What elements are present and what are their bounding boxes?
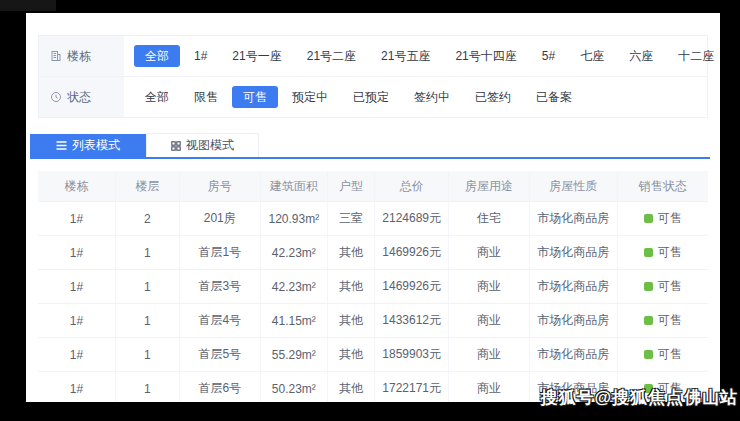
tab-list-mode[interactable]: 列表模式 [30,134,146,157]
filter-status-available[interactable]: 可售 [232,86,278,108]
status-dot [644,282,653,291]
filter-building-21-1[interactable]: 21号一座 [221,45,292,67]
filter-panel: 楼栋 全部 1# 21号一座 21号二座 21号五座 21号十四座 5# 七座 … [38,35,708,118]
status-label: 可售 [658,313,682,327]
cell-floor: 1 [115,270,179,304]
cell-area: 41.15m² [260,304,327,338]
cell-area: 120.93m² [260,202,327,236]
filter-building-5[interactable]: 5# [531,45,566,67]
filter-building-all[interactable]: 全部 [134,45,180,67]
cell-building: 1# [38,372,115,403]
filter-building-1[interactable]: 1# [183,45,218,67]
col-header-status: 销售状态 [617,171,708,202]
building-icon [50,50,62,62]
filter-building-21-14[interactable]: 21号十四座 [444,45,527,67]
status-dot [644,350,653,359]
cell-room: 首层1号 [179,236,260,270]
cell-price: 1469926元 [375,270,449,304]
mode-tabs: 列表模式 视图模式 [30,133,710,159]
cell-area: 42.23m² [260,270,327,304]
status-dot [644,316,653,325]
cell-status: 可售 [617,202,708,236]
filter-status-reserved[interactable]: 已预定 [342,86,400,108]
filter-status-all[interactable]: 全部 [134,86,180,108]
status-filter-label-text: 状态 [67,89,91,106]
status-filter-label: 状态 [39,77,124,117]
cell-room: 201房 [179,202,260,236]
status-filter-options: 全部 限售 可售 预定中 已预定 签约中 已签约 已备案 [124,77,583,117]
cell-usage: 商业 [449,372,530,403]
cell-price: 1722171元 [375,372,449,403]
cell-status: 可售 [617,304,708,338]
table-row: 1# 2 201房 120.93m² 三室 2124689元 住宅 市场化商品房… [38,202,708,236]
cell-layout: 其他 [328,372,375,403]
listings-table: 楼栋 楼层 房号 建筑面积 户型 总价 房屋用途 房屋性质 销售状态 1# 2 … [38,171,708,402]
cell-price: 2124689元 [375,202,449,236]
cell-floor: 1 [115,372,179,403]
cell-usage: 商业 [449,304,530,338]
cell-nature: 市场化商品房 [530,236,618,270]
building-filter-label: 楼栋 [39,36,124,76]
cell-layout: 其他 [328,236,375,270]
cell-building: 1# [38,236,115,270]
tab-view-mode[interactable]: 视图模式 [146,133,259,157]
cell-nature: 市场化商品房 [530,202,618,236]
table-header-row: 楼栋 楼层 房号 建筑面积 户型 总价 房屋用途 房屋性质 销售状态 [38,171,708,202]
cell-nature: 市场化商品房 [530,338,618,372]
cell-layout: 其他 [328,304,375,338]
cell-layout: 三室 [328,202,375,236]
filter-building-21-2[interactable]: 21号二座 [296,45,367,67]
cell-area: 55.29m² [260,338,327,372]
player-bar-notch [0,0,56,11]
filter-status-recorded[interactable]: 已备案 [525,86,583,108]
status-label: 可售 [658,279,682,293]
cell-status: 可售 [617,236,708,270]
cell-usage: 商业 [449,270,530,304]
col-header-layout: 户型 [328,171,375,202]
filter-building-21-5[interactable]: 21号五座 [370,45,441,67]
building-filter-options: 全部 1# 21号一座 21号二座 21号五座 21号十四座 5# 七座 六座 … [124,36,720,76]
cell-room: 首层4号 [179,304,260,338]
cell-room: 首层6号 [179,372,260,403]
filter-building-6[interactable]: 六座 [618,45,664,67]
building-filter-row: 楼栋 全部 1# 21号一座 21号二座 21号五座 21号十四座 5# 七座 … [39,36,707,76]
status-filter-row: 状态 全部 限售 可售 预定中 已预定 签约中 已签约 已备案 [39,76,707,117]
filter-status-signed[interactable]: 已签约 [464,86,522,108]
filter-status-reserving[interactable]: 预定中 [281,86,339,108]
cell-floor: 2 [115,202,179,236]
content-panel: 楼栋 全部 1# 21号一座 21号二座 21号五座 21号十四座 5# 七座 … [26,13,720,402]
status-label: 可售 [658,211,682,225]
cell-building: 1# [38,270,115,304]
cell-price: 1433612元 [375,304,449,338]
list-icon [56,141,67,150]
table-row: 1# 1 首层3号 42.23m² 其他 1469926元 商业 市场化商品房 … [38,270,708,304]
filter-status-signing[interactable]: 签约中 [403,86,461,108]
status-label: 可售 [658,347,682,361]
tab-list-mode-label: 列表模式 [72,134,120,157]
cell-usage: 住宅 [449,202,530,236]
cell-usage: 商业 [449,338,530,372]
grid-icon [171,141,181,151]
cell-status: 可售 [617,338,708,372]
cell-area: 50.23m² [260,372,327,403]
tab-view-mode-label: 视图模式 [186,134,234,157]
col-header-room: 房号 [179,171,260,202]
col-header-price: 总价 [375,171,449,202]
filter-building-7[interactable]: 七座 [569,45,615,67]
cell-price: 1859903元 [375,338,449,372]
cell-nature: 市场化商品房 [530,304,618,338]
cell-building: 1# [38,338,115,372]
filter-building-12[interactable]: 十二座 [667,45,720,67]
cell-floor: 1 [115,236,179,270]
cell-room: 首层3号 [179,270,260,304]
table-row: 1# 1 首层4号 41.15m² 其他 1433612元 商业 市场化商品房 … [38,304,708,338]
cell-usage: 商业 [449,236,530,270]
status-dot [644,248,653,257]
cell-floor: 1 [115,338,179,372]
filter-status-restricted[interactable]: 限售 [183,86,229,108]
sohu-watermark: 搜狐号@搜狐焦点佛山站 [540,386,738,409]
building-filter-label-text: 楼栋 [67,48,91,65]
cell-status: 可售 [617,270,708,304]
cell-floor: 1 [115,304,179,338]
cell-building: 1# [38,202,115,236]
